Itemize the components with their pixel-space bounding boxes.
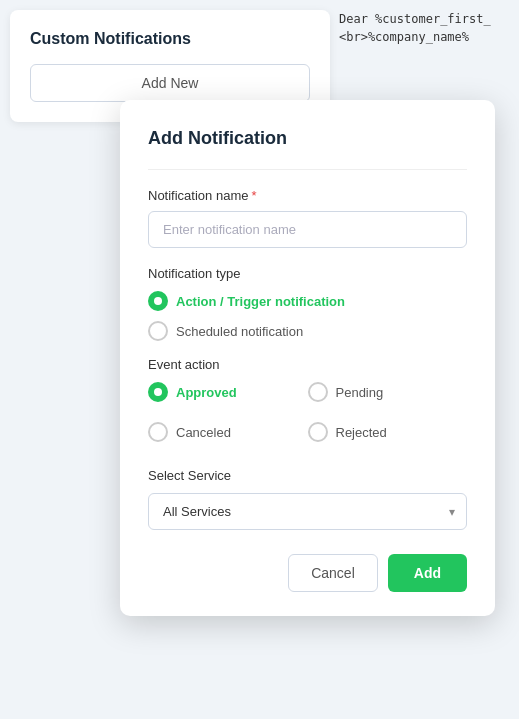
radio-scheduled-row[interactable]: Scheduled notification [148,321,467,341]
radio-canceled-row[interactable]: Canceled [148,422,308,442]
radio-rejected[interactable] [308,422,328,442]
radio-canceled-label: Canceled [176,425,231,440]
radio-rejected-row[interactable]: Rejected [308,422,468,442]
notification-name-input[interactable] [148,211,467,248]
radio-approved-label: Approved [176,385,237,400]
radio-scheduled[interactable] [148,321,168,341]
select-service-label: Select Service [148,468,467,483]
code-snippet: Dear %customer_first_ <br>%company_name% [329,0,519,56]
radio-approved-row[interactable]: Approved [148,382,308,402]
event-action-label: Event action [148,357,467,372]
code-line-1: Dear %customer_first_ [339,12,491,26]
radio-pending[interactable] [308,382,328,402]
radio-canceled[interactable] [148,422,168,442]
select-service-section: Select Service All Services ▾ [148,468,467,530]
notification-type-label: Notification type [148,266,467,281]
radio-scheduled-label: Scheduled notification [176,324,303,339]
radio-pending-row[interactable]: Pending [308,382,468,402]
panel-title: Custom Notifications [30,30,310,48]
radio-action-trigger-label: Action / Trigger notification [176,294,345,309]
modal-title: Add Notification [148,128,467,149]
required-star: * [251,188,256,203]
add-notification-modal: Add Notification Notification name * Not… [120,100,495,616]
radio-pending-label: Pending [336,385,384,400]
add-new-button[interactable]: Add New [30,64,310,102]
modal-footer: Cancel Add [148,554,467,592]
radio-action-trigger-row[interactable]: Action / Trigger notification [148,291,467,311]
cancel-button[interactable]: Cancel [288,554,378,592]
add-button[interactable]: Add [388,554,467,592]
code-line-2: <br>%company_name% [339,30,469,44]
select-service-wrapper[interactable]: All Services ▾ [148,493,467,530]
notification-name-label: Notification name * [148,188,467,203]
modal-divider [148,169,467,170]
radio-approved[interactable] [148,382,168,402]
radio-action-trigger[interactable] [148,291,168,311]
select-service-dropdown[interactable]: All Services [148,493,467,530]
event-action-grid: Approved Pending Canceled Rejected [148,382,467,452]
radio-rejected-label: Rejected [336,425,387,440]
event-action-section: Event action Approved Pending Canceled R… [148,357,467,452]
